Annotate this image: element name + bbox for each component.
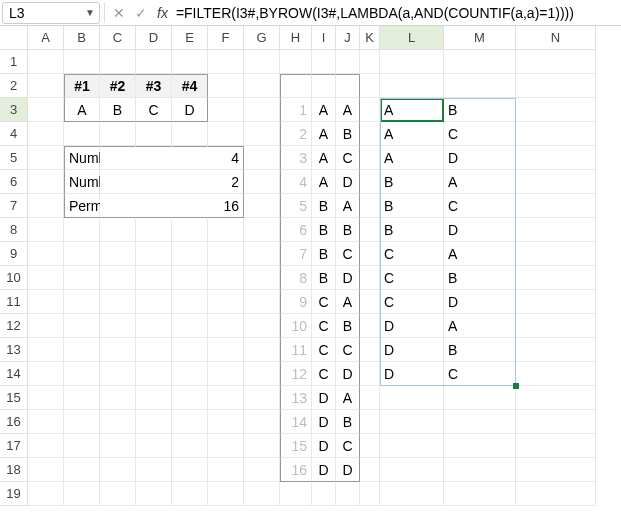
- cell-H7[interactable]: 5: [280, 194, 312, 218]
- cell-C6[interactable]: [100, 170, 136, 194]
- cell-E7[interactable]: [172, 194, 208, 218]
- name-box[interactable]: L3 ▼: [2, 2, 100, 24]
- cell-G10[interactable]: [244, 266, 280, 290]
- col-header-L[interactable]: L: [380, 26, 444, 50]
- cell-B17[interactable]: [64, 434, 100, 458]
- cell-A6[interactable]: [28, 170, 64, 194]
- cell-F9[interactable]: [208, 242, 244, 266]
- cell-A8[interactable]: [28, 218, 64, 242]
- cell-H6[interactable]: 4: [280, 170, 312, 194]
- cell-N19[interactable]: [516, 482, 596, 506]
- cell-M17[interactable]: [444, 434, 516, 458]
- cell-D1[interactable]: [136, 50, 172, 74]
- col-header-H[interactable]: H: [280, 26, 312, 50]
- cell-I9[interactable]: B: [312, 242, 336, 266]
- cell-N12[interactable]: [516, 314, 596, 338]
- cell-C2[interactable]: #2: [100, 74, 136, 98]
- cell-B15[interactable]: [64, 386, 100, 410]
- cell-D2[interactable]: #3: [136, 74, 172, 98]
- cell-J5[interactable]: C: [336, 146, 360, 170]
- cell-J19[interactable]: [336, 482, 360, 506]
- cell-K7[interactable]: [360, 194, 380, 218]
- cell-L14[interactable]: D: [380, 362, 444, 386]
- cell-F6[interactable]: 2: [208, 170, 244, 194]
- cell-G7[interactable]: [244, 194, 280, 218]
- cell-A17[interactable]: [28, 434, 64, 458]
- cell-N18[interactable]: [516, 458, 596, 482]
- cell-L12[interactable]: D: [380, 314, 444, 338]
- row-header-9[interactable]: 9: [0, 242, 28, 266]
- cell-N1[interactable]: [516, 50, 596, 74]
- cell-C12[interactable]: [100, 314, 136, 338]
- cell-H4[interactable]: 2: [280, 122, 312, 146]
- cell-C19[interactable]: [100, 482, 136, 506]
- cell-B16[interactable]: [64, 410, 100, 434]
- cell-C16[interactable]: [100, 410, 136, 434]
- cell-L8[interactable]: B: [380, 218, 444, 242]
- cell-K2[interactable]: [360, 74, 380, 98]
- row-header-2[interactable]: 2: [0, 74, 28, 98]
- cell-G18[interactable]: [244, 458, 280, 482]
- cell-H8[interactable]: 6: [280, 218, 312, 242]
- cell-K17[interactable]: [360, 434, 380, 458]
- cell-K19[interactable]: [360, 482, 380, 506]
- chevron-down-icon[interactable]: ▼: [85, 7, 95, 18]
- cell-H1[interactable]: [280, 50, 312, 74]
- cell-M4[interactable]: C: [444, 122, 516, 146]
- col-header-M[interactable]: M: [444, 26, 516, 50]
- cell-C14[interactable]: [100, 362, 136, 386]
- cell-L1[interactable]: [380, 50, 444, 74]
- cell-C8[interactable]: [100, 218, 136, 242]
- cell-L2[interactable]: [380, 74, 444, 98]
- cell-J2[interactable]: [336, 74, 360, 98]
- col-header-I[interactable]: I: [312, 26, 336, 50]
- cell-D17[interactable]: [136, 434, 172, 458]
- row-header-3[interactable]: 3: [0, 98, 28, 122]
- col-header-C[interactable]: C: [100, 26, 136, 50]
- cell-M18[interactable]: [444, 458, 516, 482]
- cell-G6[interactable]: [244, 170, 280, 194]
- cell-L17[interactable]: [380, 434, 444, 458]
- cell-F19[interactable]: [208, 482, 244, 506]
- cell-B3[interactable]: A: [64, 98, 100, 122]
- cell-H10[interactable]: 8: [280, 266, 312, 290]
- cell-G3[interactable]: [244, 98, 280, 122]
- cell-E17[interactable]: [172, 434, 208, 458]
- cell-H19[interactable]: [280, 482, 312, 506]
- row-header-6[interactable]: 6: [0, 170, 28, 194]
- cell-L10[interactable]: C: [380, 266, 444, 290]
- cell-I19[interactable]: [312, 482, 336, 506]
- cell-K9[interactable]: [360, 242, 380, 266]
- cell-M12[interactable]: A: [444, 314, 516, 338]
- cell-L9[interactable]: C: [380, 242, 444, 266]
- cell-D6[interactable]: [136, 170, 172, 194]
- row-header-15[interactable]: 15: [0, 386, 28, 410]
- cell-I2[interactable]: [312, 74, 336, 98]
- row-header-17[interactable]: 17: [0, 434, 28, 458]
- cell-A5[interactable]: [28, 146, 64, 170]
- cell-E9[interactable]: [172, 242, 208, 266]
- row-header-11[interactable]: 11: [0, 290, 28, 314]
- cell-E19[interactable]: [172, 482, 208, 506]
- formula-input[interactable]: =FILTER(I3#,BYROW(I3#,LAMBDA(a,AND(COUNT…: [172, 5, 621, 21]
- cell-A19[interactable]: [28, 482, 64, 506]
- cell-F13[interactable]: [208, 338, 244, 362]
- cell-A14[interactable]: [28, 362, 64, 386]
- cell-E11[interactable]: [172, 290, 208, 314]
- cell-I8[interactable]: B: [312, 218, 336, 242]
- cell-I4[interactable]: A: [312, 122, 336, 146]
- cell-J11[interactable]: A: [336, 290, 360, 314]
- cell-H17[interactable]: 15: [280, 434, 312, 458]
- cell-B14[interactable]: [64, 362, 100, 386]
- cell-E14[interactable]: [172, 362, 208, 386]
- cell-I13[interactable]: C: [312, 338, 336, 362]
- cell-F2[interactable]: [208, 74, 244, 98]
- cell-H16[interactable]: 14: [280, 410, 312, 434]
- cell-L19[interactable]: [380, 482, 444, 506]
- cell-F7[interactable]: 16: [208, 194, 244, 218]
- cell-N6[interactable]: [516, 170, 596, 194]
- cell-A10[interactable]: [28, 266, 64, 290]
- cell-K14[interactable]: [360, 362, 380, 386]
- cell-K12[interactable]: [360, 314, 380, 338]
- fx-icon[interactable]: fx: [157, 5, 168, 21]
